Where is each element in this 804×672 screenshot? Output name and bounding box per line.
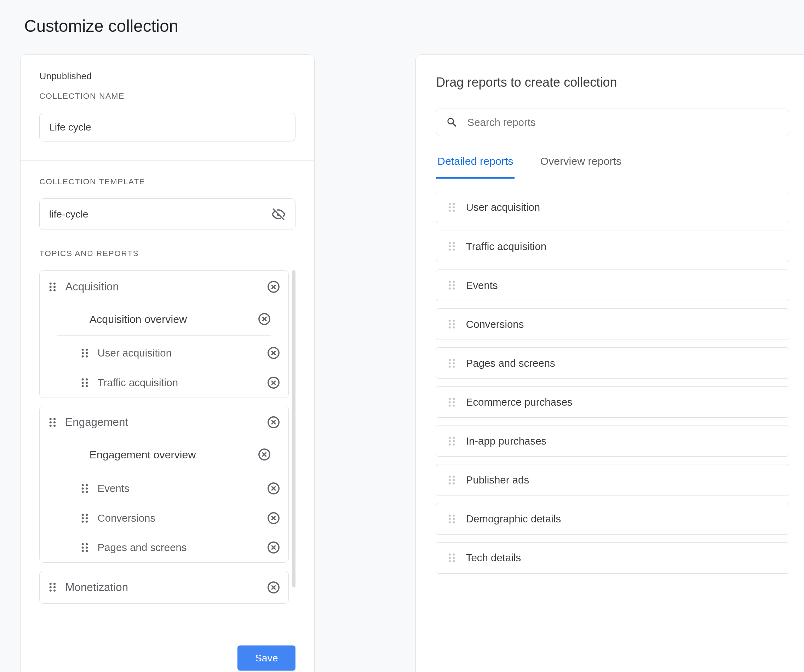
svg-point-94 bbox=[449, 436, 451, 439]
available-report-item[interactable]: In-app purchases bbox=[436, 425, 789, 457]
svg-point-79 bbox=[453, 323, 455, 325]
save-button[interactable]: Save bbox=[237, 646, 296, 670]
available-report-item[interactable]: Publisher ads bbox=[436, 464, 789, 496]
tab-overview-reports[interactable]: Overview reports bbox=[539, 155, 623, 179]
report-row[interactable]: User acquisition bbox=[40, 338, 288, 368]
available-report-item[interactable]: Events bbox=[436, 269, 789, 301]
tab-detailed-reports[interactable]: Detailed reports bbox=[436, 155, 515, 179]
svg-point-18 bbox=[86, 382, 88, 384]
available-reports-list: User acquisition Traffic acquisition Eve… bbox=[436, 192, 789, 574]
available-report-item[interactable]: Tech details bbox=[436, 542, 789, 574]
drag-handle-icon[interactable] bbox=[447, 514, 457, 524]
available-report-item[interactable]: Demographic details bbox=[436, 503, 789, 534]
overview-report-row[interactable]: Engagement overview bbox=[57, 439, 271, 471]
remove-report-button[interactable] bbox=[267, 482, 280, 495]
collection-template-input[interactable] bbox=[49, 208, 271, 220]
svg-point-96 bbox=[449, 440, 451, 442]
available-report-item[interactable]: Ecommerce purchases bbox=[436, 386, 789, 418]
available-report-item[interactable]: Pages and screens bbox=[436, 347, 789, 379]
svg-point-9 bbox=[86, 349, 88, 351]
drag-handle-icon[interactable] bbox=[447, 553, 457, 563]
svg-point-53 bbox=[49, 586, 52, 589]
svg-point-104 bbox=[449, 482, 451, 484]
collection-template-input-wrap[interactable] bbox=[39, 198, 296, 230]
visibility-off-icon[interactable] bbox=[271, 207, 286, 222]
svg-point-62 bbox=[449, 210, 451, 212]
svg-point-68 bbox=[449, 249, 451, 251]
drag-handle-icon[interactable] bbox=[447, 202, 457, 212]
drag-handle-icon[interactable] bbox=[80, 347, 90, 358]
remove-topic-button[interactable] bbox=[267, 416, 280, 429]
remove-topic-button[interactable] bbox=[267, 280, 280, 294]
available-report-name: Tech details bbox=[466, 552, 521, 564]
available-report-name: User acquisition bbox=[466, 201, 540, 213]
svg-point-60 bbox=[449, 206, 451, 208]
svg-point-39 bbox=[82, 517, 84, 519]
svg-point-75 bbox=[453, 287, 455, 290]
search-reports-input[interactable] bbox=[467, 116, 779, 128]
collection-name-input[interactable] bbox=[49, 121, 286, 133]
remove-report-button[interactable] bbox=[267, 541, 280, 554]
topic-header[interactable]: Engagement bbox=[40, 406, 288, 438]
svg-point-85 bbox=[453, 362, 455, 364]
svg-point-69 bbox=[453, 249, 455, 251]
overview-report-row[interactable]: Acquisition overview bbox=[57, 303, 271, 336]
topics-scroll[interactable]: Acquisition Acquisition overview User ac… bbox=[39, 270, 296, 613]
report-row[interactable]: Conversions bbox=[40, 503, 288, 533]
svg-point-87 bbox=[453, 365, 455, 367]
svg-point-108 bbox=[449, 518, 451, 520]
svg-point-114 bbox=[449, 557, 451, 559]
available-report-item[interactable]: Traffic acquisition bbox=[436, 231, 789, 262]
topic-card[interactable]: Acquisition Acquisition overview User ac… bbox=[39, 270, 289, 398]
available-report-item[interactable]: Conversions bbox=[436, 308, 789, 340]
svg-point-81 bbox=[453, 326, 455, 329]
overview-report-name: Acquisition overview bbox=[90, 313, 258, 325]
topic-header[interactable]: Monetization bbox=[40, 571, 288, 603]
drag-handle-icon[interactable] bbox=[48, 417, 57, 427]
available-report-item[interactable]: User acquisition bbox=[436, 192, 789, 223]
remove-topic-button[interactable] bbox=[267, 581, 280, 594]
svg-point-37 bbox=[82, 514, 84, 515]
report-row[interactable]: Events bbox=[40, 474, 288, 503]
svg-point-74 bbox=[449, 287, 451, 290]
drag-handle-icon[interactable] bbox=[80, 377, 90, 388]
topic-card[interactable]: Engagement Engagement overview Events Co… bbox=[39, 406, 289, 563]
drag-handle-icon[interactable] bbox=[447, 358, 457, 369]
drag-handle-icon[interactable] bbox=[48, 582, 57, 592]
remove-report-button[interactable] bbox=[267, 376, 280, 390]
svg-point-55 bbox=[49, 590, 52, 592]
drag-handle-icon[interactable] bbox=[447, 436, 457, 446]
drag-handle-icon[interactable] bbox=[80, 542, 90, 553]
svg-point-13 bbox=[86, 356, 88, 357]
remove-report-button[interactable] bbox=[258, 312, 271, 326]
search-reports-wrap[interactable] bbox=[436, 109, 789, 136]
topic-header[interactable]: Acquisition bbox=[40, 271, 288, 303]
drag-handle-icon[interactable] bbox=[447, 280, 457, 290]
remove-report-button[interactable] bbox=[267, 346, 280, 360]
report-row[interactable]: Pages and screens bbox=[40, 533, 288, 563]
report-row[interactable]: Traffic acquisition bbox=[40, 368, 288, 398]
svg-point-23 bbox=[54, 418, 56, 420]
svg-point-0 bbox=[49, 282, 52, 285]
svg-point-64 bbox=[449, 242, 451, 244]
remove-report-button[interactable] bbox=[258, 448, 271, 461]
drag-handle-icon[interactable] bbox=[447, 397, 457, 408]
svg-point-46 bbox=[82, 546, 84, 548]
drag-handle-icon[interactable] bbox=[447, 475, 457, 485]
topic-card[interactable]: Monetization bbox=[39, 571, 289, 604]
svg-point-77 bbox=[453, 320, 455, 322]
remove-report-button[interactable] bbox=[267, 511, 280, 525]
available-report-name: Pages and screens bbox=[466, 357, 555, 369]
available-report-name: In-app purchases bbox=[466, 435, 546, 447]
svg-point-105 bbox=[453, 482, 455, 484]
drag-handle-icon[interactable] bbox=[80, 513, 90, 524]
drag-handle-icon[interactable] bbox=[80, 483, 90, 494]
drag-handle-icon[interactable] bbox=[48, 282, 57, 292]
drag-handle-icon[interactable] bbox=[447, 241, 457, 251]
drag-handle-icon[interactable] bbox=[447, 319, 457, 329]
reports-library-title: Drag reports to create collection bbox=[436, 75, 789, 90]
available-report-name: Conversions bbox=[466, 318, 524, 330]
svg-point-76 bbox=[449, 320, 451, 322]
collection-name-input-wrap[interactable] bbox=[39, 113, 296, 142]
available-report-name: Events bbox=[466, 279, 498, 292]
